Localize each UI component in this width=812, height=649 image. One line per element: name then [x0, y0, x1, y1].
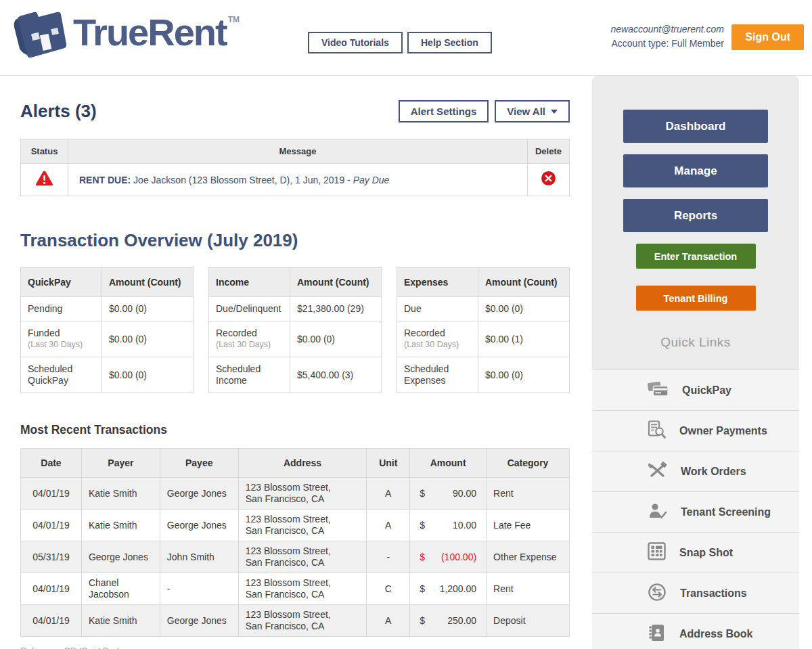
- cell-payee: George Jones: [160, 605, 238, 637]
- cell-message: RENT DUE: Joe Jackson (123 Blossom Stree…: [68, 164, 528, 196]
- content-area: Alerts (3) Alert Settings View All Statu…: [0, 76, 812, 649]
- cell-unit: A: [367, 605, 410, 637]
- sidebar-item-reports[interactable]: Reports: [623, 199, 768, 232]
- table-row: Scheduled Expenses $0.00 (0): [397, 357, 570, 393]
- cell-unit: A: [367, 510, 410, 541]
- app-header: TrueRent TM Video Tutorials Help Section…: [0, 0, 812, 76]
- table-row: Pending $0.00 (0): [21, 297, 194, 321]
- row-label: Due/Delinquent: [209, 297, 290, 321]
- cell-amount: $1,200.00: [410, 573, 487, 605]
- cell-amount: $10.00: [410, 510, 487, 541]
- row-label: Scheduled Income: [209, 357, 290, 393]
- quickpay-amount-header: Amount (Count): [102, 268, 194, 297]
- cell-status: [21, 164, 68, 196]
- transaction-row: 05/31/19 George Jones John Smith 123 Blo…: [21, 541, 570, 573]
- col-delete: Delete: [528, 139, 570, 164]
- quick-link-label: Tenant Screening: [681, 506, 771, 518]
- help-section-button[interactable]: Help Section: [407, 32, 492, 53]
- tenant-billing-button[interactable]: Tenant Billing: [636, 286, 756, 311]
- quickpay-header: QuickPay: [21, 268, 102, 297]
- cell-delete: [528, 164, 570, 196]
- cell-category: Rent: [487, 573, 570, 605]
- table-row: Recorded(Last 30 Days) $0.00 (0): [209, 321, 382, 357]
- transaction-row: 04/01/19 Katie Smith George Jones 123 Bl…: [21, 510, 570, 541]
- view-all-dropdown[interactable]: View All: [495, 100, 570, 122]
- col-category: Category: [487, 449, 570, 478]
- col-date: Date: [21, 449, 82, 478]
- col-amount: Amount: [410, 449, 487, 478]
- table-row: Due $0.00 (0): [397, 297, 570, 321]
- alert-settings-button[interactable]: Alert Settings: [399, 100, 489, 122]
- video-tutorials-button[interactable]: Video Tutorials: [308, 32, 403, 53]
- col-unit: Unit: [367, 449, 410, 478]
- cell-payee: George Jones: [160, 510, 238, 541]
- cell-payer: Katie Smith: [81, 478, 160, 510]
- recent-transactions-title: Most Recent Transactions: [20, 423, 592, 437]
- cell-category: Late Fee: [487, 510, 570, 541]
- quick-link-transactions[interactable]: Transactions: [592, 573, 799, 613]
- quick-link-label: Transactions: [680, 587, 747, 600]
- quick-link-work-orders[interactable]: Work Orders: [592, 451, 799, 491]
- expenses-summary-table: Expenses Amount (Count) Due $0.00 (0) Re…: [397, 267, 570, 393]
- quick-link-owner-payments[interactable]: Owner Payments: [592, 410, 799, 451]
- alert-message-bold: RENT DUE:: [79, 175, 131, 185]
- truerent-logo[interactable]: TrueRent TM: [9, 5, 240, 64]
- cell-date: 04/01/19: [21, 605, 82, 637]
- person-check-icon: [648, 502, 667, 522]
- col-payer: Payer: [81, 449, 160, 478]
- cell-amount: $90.00: [410, 478, 487, 510]
- income-header: Income: [209, 268, 290, 297]
- trademark-symbol: TM: [228, 15, 240, 24]
- alerts-title: Alerts (3): [20, 101, 97, 122]
- sidebar-item-dashboard[interactable]: Dashboard: [623, 110, 768, 143]
- overview-tables: QuickPay Amount (Count) Pending $0.00 (0…: [20, 267, 592, 393]
- quick-link-tenant-screening[interactable]: Tenant Screening: [592, 491, 799, 532]
- table-row: Scheduled QuickPay $0.00 (0): [21, 357, 194, 393]
- alerts-table-header-row: Status Message Delete: [21, 139, 570, 164]
- expenses-header: Expenses: [397, 268, 478, 297]
- table-row: Scheduled Income $5,400.00 (3): [209, 357, 382, 393]
- quick-link-snap-shot[interactable]: Snap Shot: [592, 532, 799, 573]
- quick-link-quickpay[interactable]: QuickPay: [592, 370, 799, 410]
- alert-row: RENT DUE: Joe Jackson (123 Blossom Stree…: [21, 164, 570, 196]
- warning-triangle-icon: [35, 177, 53, 189]
- alerts-actions: Alert Settings View All: [399, 100, 570, 122]
- cell-date: 04/01/19: [21, 510, 82, 541]
- quick-link-label: Owner Payments: [679, 425, 767, 437]
- row-label: Recorded(Last 30 Days): [209, 321, 290, 357]
- cell-address: 123 Blossom Street,San Francisco, CA: [238, 605, 367, 637]
- row-label: Scheduled Expenses: [397, 357, 478, 393]
- col-status: Status: [21, 139, 68, 164]
- caret-down-icon: [551, 110, 558, 114]
- grid-icon: [648, 542, 666, 563]
- income-summary-table: Income Amount (Count) Due/Delinquent $21…: [208, 267, 382, 393]
- account-info: newaccount@truerent.com Account type: Fu…: [610, 22, 724, 51]
- row-value: $0.00 (0): [478, 357, 570, 393]
- table-row: Due/Delinquent $21,380.00 (29): [209, 297, 382, 321]
- cell-payer: Katie Smith: [81, 605, 160, 637]
- transaction-row: 04/01/19 Katie Smith George Jones 123 Bl…: [21, 478, 570, 510]
- alert-message-text: Joe Jackson (123 Blossom Street, D), 1 J…: [131, 175, 353, 185]
- sign-out-button[interactable]: Sign Out: [731, 24, 804, 50]
- transfer-arrows-icon: [648, 583, 667, 604]
- enter-transaction-button[interactable]: Enter Transaction: [636, 244, 756, 269]
- account-email: newaccount@truerent.com: [610, 22, 724, 37]
- cell-category: Other Expense: [487, 541, 570, 573]
- cell-address: 123 Blossom Street,San Francisco, CA: [238, 573, 367, 605]
- account-type: Account type: Full Member: [610, 37, 724, 51]
- row-value: $0.00 (0): [102, 357, 194, 393]
- pay-due-link[interactable]: Pay Due: [353, 175, 390, 185]
- cell-payee: George Jones: [160, 478, 238, 510]
- row-value: $0.00 (0): [478, 297, 570, 321]
- quick-link-label: Address Book: [679, 628, 752, 640]
- row-label: Funded(Last 30 Days): [21, 321, 102, 357]
- cell-address: 123 Blossom Street,San Francisco, CA: [238, 510, 367, 541]
- view-all-label: View All: [507, 106, 545, 117]
- row-label: Scheduled QuickPay: [21, 357, 102, 393]
- row-value: $21,380.00 (29): [290, 297, 382, 321]
- delete-alert-icon[interactable]: [541, 177, 556, 188]
- cell-amount: $(100.00): [410, 541, 487, 573]
- sidebar-item-manage[interactable]: Manage: [623, 154, 768, 187]
- quick-link-address-book[interactable]: Address Book: [592, 613, 799, 649]
- col-payee: Payee: [160, 449, 238, 478]
